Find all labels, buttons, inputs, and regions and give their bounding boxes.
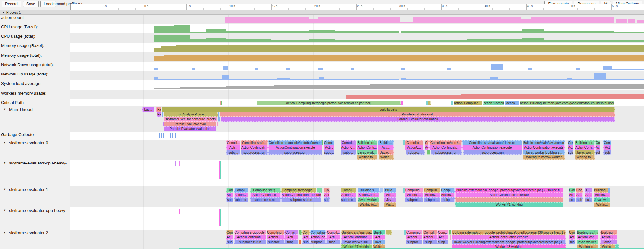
trace-event-bar[interactable]: sub — [226, 197, 233, 202]
trace-event-bar[interactable]: subprocess.run — [268, 150, 322, 155]
action-count-chart[interactable] — [309, 19, 318, 23]
trace-event-bar[interactable]: action 'Building src/main/java/com/googl… — [520, 101, 614, 105]
action-count-chart[interactable] — [628, 19, 635, 23]
collapse-arrow-icon[interactable]: ▼ — [3, 141, 6, 144]
network-up-chart[interactable] — [490, 77, 498, 80]
trace-event-bar[interactable]: Building ... — [600, 230, 617, 235]
trace-event-bar[interactable]: Acti... — [284, 235, 298, 240]
trace-event-tick[interactable] — [221, 101, 222, 105]
action-count-chart[interactable] — [225, 17, 309, 23]
trace-event-bar[interactable]: ActionC... — [441, 193, 455, 197]
trace-event-bar[interactable]: Compiling ... — [310, 230, 326, 235]
trace-event-bar[interactable]: subp... — [423, 240, 437, 244]
system-load-chart[interactable] — [226, 86, 274, 89]
network-down-chart[interactable] — [351, 68, 354, 70]
trace-event-bar[interactable]: Par — [157, 107, 161, 112]
trace-event-bar[interactable]: Compiling ... — [405, 188, 423, 193]
cpu-bazel-chart[interactable] — [614, 32, 644, 33]
trace-event-bar[interactable]: ActionC... — [405, 193, 423, 197]
trace-event-bar[interactable]: buildTargets — [162, 107, 615, 112]
trace-event-bar[interactable]: ActionContinuation.execute — [523, 145, 565, 150]
trace-event-bar[interactable]: sub — [569, 197, 575, 202]
collapse-arrow-icon[interactable]: ▼ — [3, 161, 6, 164]
network-down-chart[interactable] — [447, 68, 451, 70]
trace-event-tick[interactable] — [168, 161, 168, 166]
trace-event-bar[interactable]: subproc... — [405, 197, 423, 202]
network-up-chart[interactable] — [324, 79, 399, 80]
trace-event-bar[interactable]: Co — [425, 140, 429, 145]
collapse-arrow-icon[interactable]: ▼ — [3, 231, 6, 234]
trace-event-bar[interactable]: Javac wo... — [594, 197, 610, 202]
trace-event-tick[interactable] — [161, 133, 162, 138]
trace-event-bar[interactable]: ActionC... — [424, 193, 440, 197]
trace-event-bar[interactable]: ParallelEvaluator.eval — [220, 112, 615, 117]
cpu-bazel-chart[interactable] — [271, 31, 309, 33]
trace-event-bar[interactable]: Act — [595, 145, 600, 150]
trace-event-bar[interactable]: ActionConti... — [575, 145, 595, 150]
network-up-chart[interactable] — [290, 79, 319, 80]
cpu-bazel-chart[interactable] — [335, 31, 399, 33]
trace-event-bar[interactable]: Acti... — [226, 145, 240, 150]
trace-event-bar[interactable] — [218, 117, 220, 122]
trace-event-bar[interactable]: Com — [226, 188, 233, 193]
collapse-arrow-icon[interactable]: ▼ — [3, 209, 6, 212]
trace-event-tick[interactable] — [219, 161, 220, 179]
trace-event-tick[interactable] — [175, 161, 176, 166]
cpu-total-chart[interactable] — [190, 39, 206, 42]
action-count-chart[interactable] — [318, 17, 400, 23]
network-down-chart[interactable] — [603, 66, 612, 70]
cpu-bazel-chart[interactable] — [544, 31, 614, 33]
trace-event-bar[interactable]: Parallel Evaluator evaluation — [164, 126, 216, 131]
row-label-skyframe-evaluator-cpu-heavy-a[interactable]: skyframe-evaluator-cpu-heavy- — [9, 161, 67, 165]
trace-event-bar[interactable]: ActionConti... — [577, 235, 598, 240]
action-count-chart[interactable] — [400, 22, 413, 23]
trace-event-bar[interactable]: Javac worker... — [577, 240, 598, 244]
trace-event-bar[interactable]: ActionConti... — [357, 145, 377, 150]
trace-event-bar[interactable]: Com — [569, 188, 575, 193]
trace-event-bar[interactable]: subproc... — [341, 197, 356, 202]
trace-event-bar[interactable]: Ac... — [576, 193, 583, 197]
cpu-total-chart[interactable] — [174, 35, 190, 42]
trace-event-tick[interactable] — [403, 188, 405, 193]
trace-event-tick[interactable] — [608, 188, 610, 193]
trace-event-bar[interactable]: subproc... — [234, 197, 248, 202]
trace-event-bar[interactable]: Acti... — [437, 235, 448, 240]
trace-event-bar[interactable]: Compiling src/google/protobuf/generat... — [268, 140, 322, 145]
trace-event-bar[interactable]: ActionC... — [405, 145, 423, 150]
trace-event-bar[interactable]: subprocess.run — [463, 150, 522, 155]
trace-event-bar[interactable]: ActionContinuati... — [429, 145, 462, 150]
trace-event-bar[interactable]: ActionC... — [423, 235, 437, 240]
cpu-bazel-chart[interactable] — [522, 29, 544, 33]
trace-event-bar[interactable]: sub — [569, 240, 575, 244]
trace-event-bar[interactable]: subproc... — [267, 240, 284, 244]
cpu-total-chart[interactable] — [154, 35, 174, 42]
trace-event-bar[interactable]: sub — [226, 240, 233, 244]
network-up-chart[interactable] — [222, 75, 229, 80]
trace-event-bar[interactable]: subprocess.run — [234, 240, 266, 244]
trace-event-bar[interactable]: Javac worker Building external/com_googl… — [452, 240, 566, 244]
workers-memory-chart[interactable] — [346, 95, 383, 99]
network-up-chart[interactable] — [498, 79, 567, 80]
trace-event-tick[interactable] — [162, 112, 163, 117]
trace-event-bar[interactable]: ActionC... — [341, 193, 356, 197]
trace-event-tick[interactable] — [175, 133, 176, 138]
trace-event-bar[interactable]: Compiling... — [406, 230, 422, 235]
workers-memory-chart[interactable] — [383, 95, 461, 99]
trace-event-bar[interactable]: runAnalysisPhase — [164, 112, 218, 117]
system-load-chart[interactable] — [370, 84, 419, 89]
trace-event-bar[interactable]: Ac... — [569, 193, 575, 197]
workers-memory-chart[interactable] — [461, 94, 614, 99]
trace-event-bar[interactable]: Comp... — [324, 140, 334, 145]
trace-event-bar[interactable]: Acti... — [384, 193, 396, 197]
cpu-total-chart[interactable] — [522, 38, 544, 42]
network-down-chart[interactable] — [255, 68, 258, 70]
trace-event-tick[interactable] — [450, 235, 451, 240]
trace-event-bar[interactable]: Jav... — [384, 197, 396, 202]
trace-event-tick[interactable] — [168, 133, 168, 138]
trace-event-bar[interactable]: subp... — [324, 150, 334, 155]
trace-event-bar[interactable]: ActionContinuation.execute — [455, 193, 563, 197]
cpu-total-chart[interactable] — [309, 39, 335, 42]
trace-event-bar[interactable] — [449, 230, 451, 235]
collapse-arrow-icon[interactable]: ▼ — [2, 11, 5, 14]
row-label-skyframe-evaluator-0[interactable]: skyframe-evaluator 0 — [9, 140, 48, 145]
